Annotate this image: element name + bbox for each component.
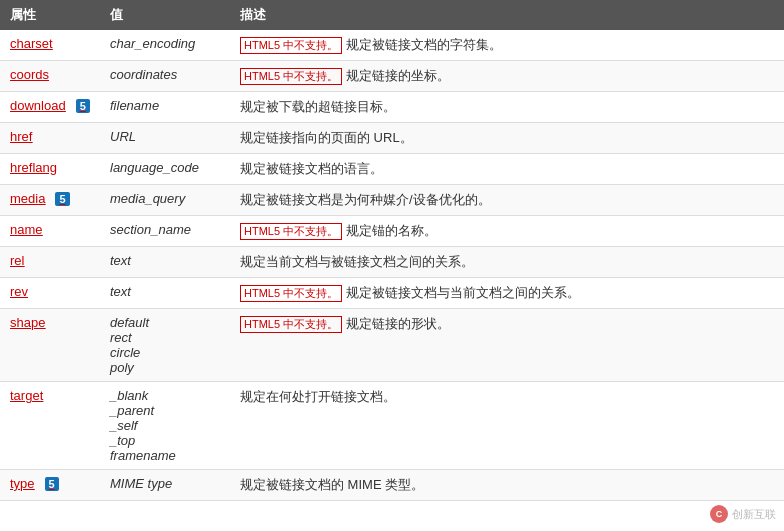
attr-link[interactable]: name bbox=[10, 222, 43, 237]
desc-cell: HTML5 中不支持。规定被链接文档与当前文档之间的关系。 bbox=[230, 278, 784, 309]
table-row: shapedefault rect circle polyHTML5 中不支持。… bbox=[0, 309, 784, 382]
html5-not-supported-badge: HTML5 中不支持。 bbox=[240, 37, 342, 54]
attr-link[interactable]: rel bbox=[10, 253, 24, 268]
html5-not-supported-badge: HTML5 中不支持。 bbox=[240, 285, 342, 302]
attr-link[interactable]: href bbox=[10, 129, 32, 144]
attr-link[interactable]: target bbox=[10, 388, 43, 403]
table-row: hrefURL规定链接指向的页面的 URL。 bbox=[0, 123, 784, 154]
value-cell: coordinates bbox=[100, 61, 230, 92]
html5-icon: 5 bbox=[55, 192, 69, 206]
desc-cell: HTML5 中不支持。规定链接的坐标。 bbox=[230, 61, 784, 92]
table-row: hreflanglanguage_code规定被链接文档的语言。 bbox=[0, 154, 784, 185]
desc-cell: 规定在何处打开链接文档。 bbox=[230, 382, 784, 470]
html5-not-supported-badge: HTML5 中不支持。 bbox=[240, 223, 342, 240]
desc-cell: 规定被链接文档的 MIME 类型。 bbox=[230, 470, 784, 501]
header-desc: 描述 bbox=[230, 0, 784, 30]
header-val: 值 bbox=[100, 0, 230, 30]
desc-cell: 规定被链接文档的语言。 bbox=[230, 154, 784, 185]
table-row: target_blank _parent _self _top framenam… bbox=[0, 382, 784, 470]
table-row: media5media_query规定被链接文档是为何种媒介/设备优化的。 bbox=[0, 185, 784, 216]
table-header-row: 属性 值 描述 bbox=[0, 0, 784, 30]
header-attr: 属性 bbox=[0, 0, 100, 30]
value-cell: text bbox=[100, 278, 230, 309]
table-row: charsetchar_encodingHTML5 中不支持。规定被链接文档的字… bbox=[0, 30, 784, 61]
value-cell: section_name bbox=[100, 216, 230, 247]
desc-cell: 规定当前文档与被链接文档之间的关系。 bbox=[230, 247, 784, 278]
value-cell: URL bbox=[100, 123, 230, 154]
attr-link[interactable]: coords bbox=[10, 67, 49, 82]
value-cell: _blank _parent _self _top framename bbox=[100, 382, 230, 470]
table-row: namesection_nameHTML5 中不支持。规定锚的名称。 bbox=[0, 216, 784, 247]
value-cell: language_code bbox=[100, 154, 230, 185]
value-cell: MIME type bbox=[100, 470, 230, 501]
html5-icon: 5 bbox=[45, 477, 59, 491]
html5-not-supported-badge: HTML5 中不支持。 bbox=[240, 68, 342, 85]
attr-link[interactable]: media bbox=[10, 191, 45, 206]
attr-link[interactable]: rev bbox=[10, 284, 28, 299]
desc-cell: 规定链接指向的页面的 URL。 bbox=[230, 123, 784, 154]
desc-cell: HTML5 中不支持。规定锚的名称。 bbox=[230, 216, 784, 247]
desc-cell: 规定被链接文档是为何种媒介/设备优化的。 bbox=[230, 185, 784, 216]
value-cell: media_query bbox=[100, 185, 230, 216]
desc-cell: 规定被下载的超链接目标。 bbox=[230, 92, 784, 123]
table-row: download5filename规定被下载的超链接目标。 bbox=[0, 92, 784, 123]
html5-icon: 5 bbox=[76, 99, 90, 113]
attr-link[interactable]: download bbox=[10, 98, 66, 113]
table-row: coordscoordinatesHTML5 中不支持。规定链接的坐标。 bbox=[0, 61, 784, 92]
attr-link[interactable]: type bbox=[10, 476, 35, 491]
value-cell: filename bbox=[100, 92, 230, 123]
table-row: type5MIME type规定被链接文档的 MIME 类型。 bbox=[0, 470, 784, 501]
desc-cell: HTML5 中不支持。规定被链接文档的字符集。 bbox=[230, 30, 784, 61]
attributes-table: 属性 值 描述 charsetchar_encodingHTML5 中不支持。规… bbox=[0, 0, 784, 501]
attr-link[interactable]: hreflang bbox=[10, 160, 57, 175]
table-row: reltext规定当前文档与被链接文档之间的关系。 bbox=[0, 247, 784, 278]
desc-cell: HTML5 中不支持。规定链接的形状。 bbox=[230, 309, 784, 382]
attr-link[interactable]: shape bbox=[10, 315, 45, 330]
attr-link[interactable]: charset bbox=[10, 36, 53, 51]
value-cell: default rect circle poly bbox=[100, 309, 230, 382]
value-cell: char_encoding bbox=[100, 30, 230, 61]
html5-not-supported-badge: HTML5 中不支持。 bbox=[240, 316, 342, 333]
table-row: revtextHTML5 中不支持。规定被链接文档与当前文档之间的关系。 bbox=[0, 278, 784, 309]
value-cell: text bbox=[100, 247, 230, 278]
